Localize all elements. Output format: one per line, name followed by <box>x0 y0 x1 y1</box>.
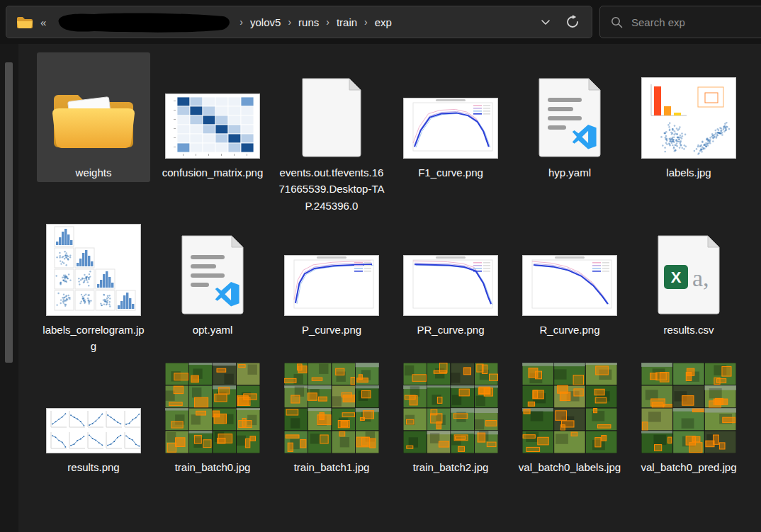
file-name: train_batch2.jpg <box>413 459 489 475</box>
file-item[interactable]: PR_curve.png <box>394 221 507 339</box>
breadcrumb-separator: › <box>237 16 245 28</box>
file-name: val_batch0_pred.jpg <box>641 459 736 475</box>
svg-text:X: X <box>671 268 682 286</box>
file-name: R_curve.png <box>539 322 599 338</box>
breadcrumb-separator: › <box>324 16 332 28</box>
document-thumbnail <box>298 54 365 159</box>
file-name: results.csv <box>664 322 714 338</box>
file-item[interactable]: P_curve.png <box>275 221 388 339</box>
mosaic-thumbnail <box>522 363 617 453</box>
file-item[interactable]: hyp.yaml <box>513 52 626 182</box>
search-input[interactable] <box>630 16 761 29</box>
file-name: confusion_matrix.png <box>162 164 264 181</box>
file-item[interactable]: val_batch0_pred.jpg <box>632 361 745 477</box>
file-item[interactable]: train_batch2.jpg <box>394 361 507 477</box>
curve-p-thumbnail <box>284 222 379 316</box>
results-grid-thumbnail <box>46 363 141 453</box>
mosaic-thumbnail <box>403 363 498 453</box>
excel-thumbnail: Xa, <box>654 222 723 316</box>
chevron-down-icon[interactable] <box>535 11 556 33</box>
breadcrumb-separator: › <box>362 16 370 28</box>
mosaic-thumbnail <box>165 363 260 453</box>
file-name: labels_correlogram.jpg <box>40 322 147 355</box>
file-item[interactable]: labels_correlogram.jpg <box>37 221 150 356</box>
chevrons-left-icon[interactable]: « <box>39 16 47 28</box>
file-item[interactable]: val_batch0_labels.jpg <box>513 361 626 477</box>
file-item[interactable]: Xa,results.csv <box>632 221 745 339</box>
file-name: P_curve.png <box>302 322 361 338</box>
breadcrumb: ›yolov5›runs›train›exp <box>237 14 397 30</box>
correlogram-thumbnail <box>46 222 141 316</box>
breadcrumb-item[interactable]: runs <box>293 14 324 30</box>
breadcrumb-item[interactable]: train <box>332 14 362 30</box>
curve-r-thumbnail <box>522 222 617 316</box>
search-icon <box>610 16 623 28</box>
file-name: results.png <box>67 459 119 475</box>
yaml-thumbnail <box>178 222 247 316</box>
refresh-icon[interactable] <box>562 11 583 33</box>
breadcrumb-item[interactable]: yolov5 <box>245 14 286 30</box>
labels-thumbnail <box>641 54 736 159</box>
file-item[interactable]: events.out.tfevents.1671665539.Desktop-T… <box>275 52 388 215</box>
curve-pr-thumbnail <box>403 222 498 316</box>
file-name: val_batch0_labels.jpg <box>519 459 621 475</box>
file-grid: weightsconfusion_matrix.pngevents.out.tf… <box>34 52 748 477</box>
file-name: labels.jpg <box>666 164 711 181</box>
folder-icon <box>15 11 33 33</box>
file-name: weights <box>76 164 112 181</box>
file-name: train_batch0.jpg <box>175 459 251 475</box>
file-item[interactable]: R_curve.png <box>513 221 626 339</box>
yaml-thumbnail <box>535 54 604 159</box>
file-name: PR_curve.png <box>417 322 484 338</box>
left-scrollbar[interactable] <box>0 44 18 532</box>
toolbar: « ›yolov5›runs›train›exp <box>0 0 761 44</box>
scrollbar-thumb[interactable] <box>5 62 13 363</box>
mosaic-thumbnail <box>641 363 736 453</box>
svg-text:a,: a, <box>692 265 709 291</box>
file-name: hyp.yaml <box>548 164 591 181</box>
file-item[interactable]: results.png <box>37 361 150 477</box>
mosaic-thumbnail <box>284 363 379 453</box>
address-bar[interactable]: « ›yolov5›runs›train›exp <box>6 6 592 38</box>
redaction-scribble <box>53 11 232 33</box>
file-item[interactable]: train_batch1.jpg <box>275 361 388 477</box>
breadcrumb-separator: › <box>286 16 293 28</box>
file-name: F1_curve.png <box>418 164 483 181</box>
curve-f1-thumbnail <box>403 54 498 159</box>
file-name: train_batch1.jpg <box>294 459 370 475</box>
file-name: events.out.tfevents.1671665539.Desktop-T… <box>278 164 385 214</box>
file-explorer-window: « ›yolov5›runs›train›exp <box>0 0 761 532</box>
file-list-area: weightsconfusion_matrix.pngevents.out.tf… <box>0 44 761 532</box>
file-item[interactable]: train_batch0.jpg <box>156 361 269 477</box>
file-name: opt.yaml <box>193 322 233 338</box>
breadcrumb-item[interactable]: exp <box>370 14 397 30</box>
file-item[interactable]: opt.yaml <box>156 221 269 339</box>
file-item[interactable]: weights <box>37 52 150 182</box>
file-item[interactable]: confusion_matrix.png <box>156 52 269 182</box>
folder-thumbnail <box>48 54 139 159</box>
file-item[interactable]: F1_curve.png <box>394 52 507 182</box>
file-item[interactable]: labels.jpg <box>632 52 745 182</box>
confusion-matrix-thumbnail <box>165 54 260 159</box>
search-box[interactable] <box>599 6 761 38</box>
